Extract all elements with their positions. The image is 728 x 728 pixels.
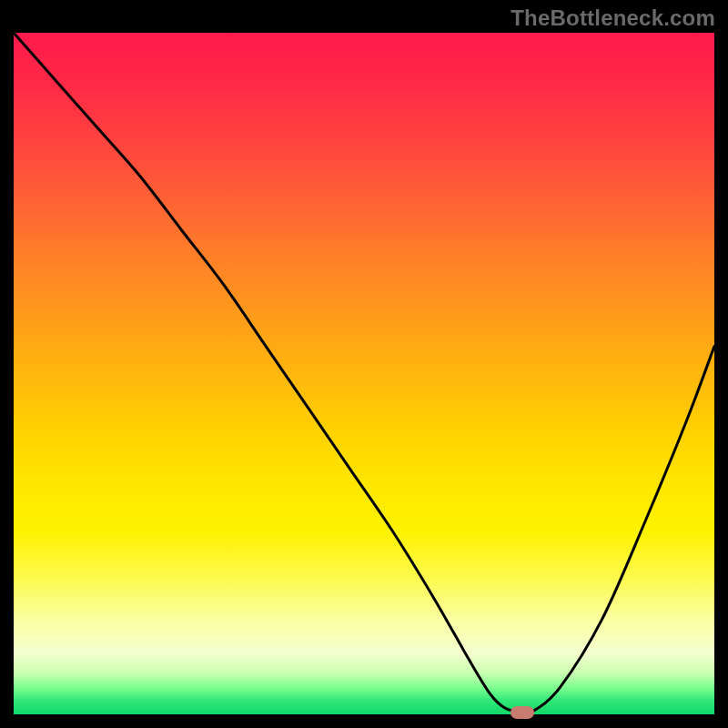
series-marker: [511, 706, 534, 719]
plot-area: [14, 33, 714, 714]
chart-container: TheBottleneck.com: [0, 0, 728, 728]
watermark-text: TheBottleneck.com: [511, 5, 715, 31]
